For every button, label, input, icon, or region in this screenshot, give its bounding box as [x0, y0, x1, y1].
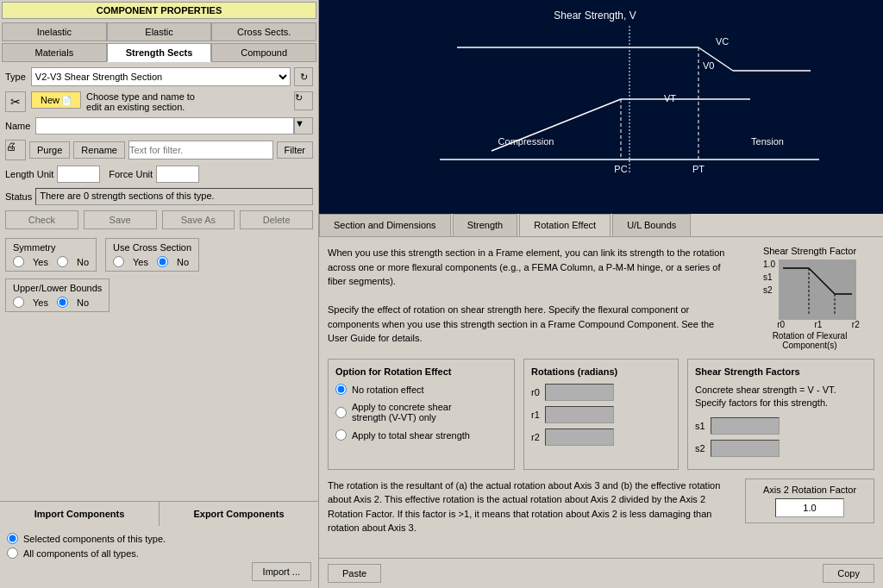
- cross-yes-radio[interactable]: [113, 256, 124, 267]
- import-tab[interactable]: Import Components: [0, 502, 160, 526]
- units-row: Length Unit Force Unit: [5, 166, 313, 183]
- action-row: Check Save Save As Delete: [5, 210, 313, 229]
- r1-input[interactable]: [545, 406, 614, 423]
- concrete-radio[interactable]: [335, 407, 347, 418]
- name-dropdown[interactable]: ▼: [294, 117, 313, 134]
- axis2-factor-panel: Axis 2 Rotation Factor: [745, 479, 874, 523]
- refresh-button[interactable]: ↻: [294, 91, 313, 110]
- status-row: Status There are 0 strength sections of …: [5, 188, 313, 205]
- cross-no-radio[interactable]: [157, 256, 168, 267]
- symmetry-yes-label: Yes: [33, 257, 48, 267]
- vc-label: VC: [716, 36, 729, 47]
- r2-input[interactable]: [545, 428, 614, 446]
- r2-x-label: r2: [852, 320, 860, 329]
- cross-section-label: Use Cross Section: [113, 242, 191, 253]
- r2-row: r2: [531, 428, 671, 446]
- ssf-title: Shear Strength Factor: [745, 246, 874, 256]
- tab-materials[interactable]: Materials: [2, 43, 107, 62]
- bounds-group: Upper/Lower Bounds Yes No: [5, 278, 110, 312]
- s2-label: s2: [695, 443, 705, 454]
- import-options: Selected components of this type. All co…: [0, 526, 318, 588]
- s1-label: s1: [695, 421, 705, 431]
- new-button[interactable]: New 📄: [31, 91, 81, 109]
- symmetry-no-label: No: [77, 257, 89, 267]
- bounds-row: Upper/Lower Bounds Yes No: [5, 278, 313, 312]
- do-import-button[interactable]: Import ...: [252, 562, 311, 581]
- bottom-section: The rotation is the resultant of (a) the…: [328, 479, 874, 535]
- bounds-no-label: No: [77, 297, 89, 308]
- ssf-s2-label: s2: [763, 285, 775, 295]
- import-export-tabs: Import Components Export Components: [0, 501, 318, 526]
- import-all-radio[interactable]: [7, 547, 18, 559]
- copy-button[interactable]: Copy: [823, 564, 874, 583]
- delete-button[interactable]: Delete: [240, 210, 313, 229]
- shear-factors-desc: Concrete shear strength = V - VT. Specif…: [695, 384, 867, 410]
- vt-label: VT: [664, 93, 676, 103]
- bounds-yes-radio[interactable]: [13, 297, 24, 308]
- r0-input[interactable]: [545, 384, 614, 401]
- symmetry-label: Symmetry: [13, 242, 89, 253]
- r2-label: r2: [531, 432, 540, 442]
- total-radio[interactable]: [335, 429, 347, 441]
- panel-content: Type V2-V3 Shear Strength Section ↻ ✂ Ne…: [0, 62, 318, 501]
- name-label: Name: [5, 121, 30, 131]
- ssf-x-labels: r0 r1 r2: [745, 320, 874, 329]
- tab-compound[interactable]: Compound: [211, 43, 316, 62]
- rotation-description: When you use this strength section in a …: [328, 246, 736, 350]
- s1-input[interactable]: [711, 417, 780, 435]
- tab-inelastic[interactable]: Inelastic: [2, 22, 107, 41]
- ssf-s1-label: s1: [763, 272, 775, 282]
- tab-rotation-effect[interactable]: Rotation Effect: [519, 214, 611, 236]
- type-label: Type: [5, 72, 26, 82]
- purge-button[interactable]: Purge: [29, 141, 70, 159]
- s2-row: s2: [695, 440, 867, 457]
- r0-x-label: r0: [777, 320, 785, 329]
- length-unit-label: Length Unit: [5, 169, 53, 179]
- option-no-rotation: No rotation effect: [335, 384, 507, 395]
- no-rotation-radio[interactable]: [335, 384, 347, 395]
- shear-factors-group: Shear Strength Factors Concrete shear st…: [687, 359, 874, 470]
- rename-button[interactable]: Rename: [73, 141, 125, 159]
- new-row: ✂ New 📄 Choose type and name to edit an …: [5, 91, 313, 112]
- print-button[interactable]: 🖨: [5, 140, 26, 160]
- tab-cross-sects[interactable]: Cross Sects.: [211, 22, 316, 41]
- import-action-row: Import ...: [7, 562, 311, 581]
- tab-elastic[interactable]: Elastic: [107, 22, 212, 41]
- filter-button[interactable]: Filter: [277, 141, 313, 159]
- axis2-input[interactable]: [775, 498, 844, 517]
- import-all-label: All components of all types.: [23, 548, 139, 559]
- scissors-button[interactable]: ✂: [5, 91, 26, 112]
- cross-section-group: Use Cross Section Yes No: [105, 238, 199, 272]
- export-tab[interactable]: Export Components: [160, 502, 318, 526]
- ssf-svg: [779, 260, 856, 320]
- type-select[interactable]: V2-V3 Shear Strength Section: [31, 67, 291, 86]
- force-unit-input[interactable]: [156, 166, 199, 183]
- tension-label: Tension: [751, 136, 784, 147]
- left-panel: COMPONENT PROPERTIES Inelastic Elastic C…: [0, 0, 319, 588]
- status-text: There are 0 strength sections of this ty…: [35, 188, 313, 205]
- name-input[interactable]: [35, 117, 294, 134]
- symmetry-no-radio[interactable]: [57, 256, 68, 267]
- tab-strength-sects[interactable]: Strength Sects: [107, 43, 212, 62]
- symmetry-yes-radio[interactable]: [13, 256, 24, 267]
- option-concrete: Apply to concrete shear strength (V-VT) …: [335, 402, 507, 422]
- no-rotation-label: No rotation effect: [352, 385, 424, 395]
- save-button[interactable]: Save: [84, 210, 157, 229]
- length-unit-input[interactable]: [57, 166, 100, 183]
- filter-text-input[interactable]: [128, 141, 273, 160]
- svg-line-1: [809, 268, 835, 294]
- tab-ul-bounds[interactable]: U/L Bounds: [612, 214, 691, 236]
- bounds-no-radio[interactable]: [57, 297, 68, 308]
- symmetry-group: Symmetry Yes No: [5, 238, 97, 272]
- tab-section-dimensions[interactable]: Section and Dimensions: [319, 214, 451, 236]
- rotations-group: Rotations (radians) r0 r1 r2: [523, 359, 679, 470]
- main-tabs: Section and Dimensions Strength Rotation…: [319, 214, 883, 237]
- options-row: Symmetry Yes No Use Cross Section Yes N: [5, 238, 313, 272]
- check-button[interactable]: Check: [5, 210, 78, 229]
- paste-button[interactable]: Paste: [328, 564, 381, 583]
- import-selected-radio[interactable]: [7, 533, 18, 544]
- s2-input[interactable]: [711, 440, 780, 457]
- save-as-button[interactable]: Save As: [162, 210, 235, 229]
- type-refresh-button[interactable]: ↻: [294, 67, 313, 86]
- tab-strength[interactable]: Strength: [453, 214, 518, 236]
